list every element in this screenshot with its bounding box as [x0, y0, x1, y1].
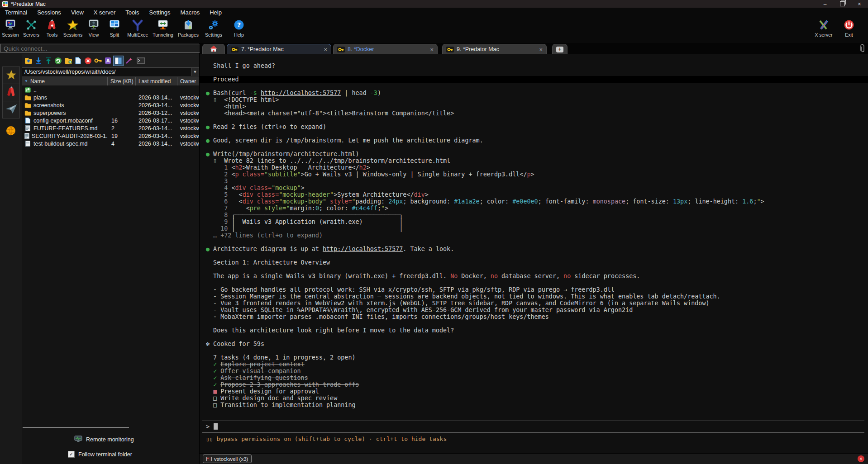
toolbar-session-button[interactable]: Session [0, 17, 21, 38]
ssh-key-icon [231, 47, 238, 52]
tab-session-7[interactable]: 7. *Predator Mac × [227, 44, 331, 54]
file-row[interactable]: FUTURE-FEATURES.md22026-03-14...vstockw [22, 124, 199, 132]
session-chip[interactable]: vstockwell (x3) [203, 455, 252, 463]
column-header-name[interactable]: ▼Name [22, 77, 108, 85]
tools-knife-icon [46, 19, 58, 31]
file-owner-cell: vstockw [177, 110, 199, 116]
remote-monitoring-button[interactable]: Remote monitoring [74, 436, 134, 444]
file-row[interactable]: SECURITY-AUDIT-2026-03-1...192026-03-14.… [22, 132, 199, 140]
globe-button[interactable] [2, 123, 19, 140]
toolbar-servers-label: Servers [23, 32, 39, 38]
terminal-prompt-row[interactable]: > [206, 423, 218, 430]
menu-settings[interactable]: Settings [144, 8, 176, 17]
file-row[interactable]: config-export.mobaconf162026-03-17...vst… [22, 117, 199, 124]
terminal-cursor [214, 423, 218, 430]
split-view-icon[interactable] [113, 56, 124, 66]
follow-terminal-folder-label: Follow terminal folder [78, 451, 132, 458]
toolbar-exit-button[interactable]: Exit [836, 17, 862, 38]
path-dropdown-button[interactable]: ▼ [191, 68, 199, 76]
toolbar-xserver-button[interactable]: X server [811, 17, 836, 38]
file-row[interactable]: screenshots2026-03-14...vstockw [22, 101, 199, 109]
new-file-icon[interactable] [73, 56, 83, 66]
new-folder-icon[interactable] [63, 56, 73, 66]
toolbar-multiexec-button[interactable]: MultiExec [125, 17, 150, 38]
terminal-line: □ Transition to implementation planning [206, 402, 864, 408]
macros-knife-button[interactable] [2, 84, 20, 101]
tab-home[interactable] [202, 44, 225, 54]
menu-sessions[interactable]: Sessions [32, 8, 66, 17]
remote-monitoring-icon [74, 436, 82, 444]
delete-icon[interactable] [83, 56, 93, 66]
footer-divider [23, 427, 129, 428]
close-session-button[interactable]: × [858, 455, 864, 462]
file-row[interactable]: superpowers2026-03-12...vstockw [22, 109, 199, 117]
tab-close-icon[interactable]: × [539, 46, 543, 53]
column-header-size[interactable]: Size (KB) [108, 77, 136, 85]
text-editor-icon[interactable]: A [103, 56, 113, 66]
toolbar-sessions-button[interactable]: Sessions [62, 17, 83, 38]
toolbar-packages-label: Packages [178, 32, 199, 38]
menu-help[interactable]: Help [205, 8, 227, 17]
tab-close-icon[interactable]: × [430, 46, 434, 53]
toolbar-help-label: Help [234, 32, 244, 38]
path-bar[interactable]: /Users/vstockwell/repos/wraith/docs/ ▼ [22, 67, 199, 76]
toolbar-packages-button[interactable]: Packages [176, 17, 201, 38]
file-owner-cell: vstockw [177, 133, 199, 139]
toolbar-split-button[interactable]: Split [104, 17, 125, 38]
terminal-line: ✓ Propose 2-3 approaches with trade-offs [206, 381, 864, 388]
quick-connect-input[interactable] [0, 44, 201, 53]
multiexec-icon [132, 19, 143, 31]
checkbox-checked-icon[interactable]: ✓ [68, 451, 75, 458]
tab-session-9[interactable]: 9. *Predator Mac × [442, 44, 547, 54]
menu-tools[interactable]: Tools [120, 8, 144, 17]
toolbar-view-button[interactable]: View [83, 17, 104, 38]
close-button[interactable]: × [851, 0, 868, 8]
toolbar-session-label: Session [2, 32, 19, 38]
upload-icon[interactable] [43, 56, 53, 66]
toolbar-help-button[interactable]: ? Help [226, 17, 252, 38]
tab-session-8[interactable]: 8. *Docker × [333, 44, 438, 54]
toolbar-split-label: Split [110, 32, 119, 38]
toolbar-settings-button[interactable]: Settings [201, 17, 226, 38]
menu-terminal[interactable]: Terminal [0, 8, 32, 17]
magic-wand-icon[interactable] [124, 56, 134, 66]
menu-view[interactable]: View [66, 8, 89, 17]
terminal-line [206, 279, 864, 286]
svg-text:A: A [106, 58, 110, 63]
toolbar-servers-button[interactable]: Servers [21, 17, 42, 38]
mini-terminal-icon[interactable] [136, 56, 146, 66]
packages-icon [182, 19, 194, 31]
file-row[interactable]: test-buildout-spec.md42026-03-14...vstoc… [22, 140, 199, 147]
file-name-cell: screenshots [22, 102, 108, 109]
refresh-icon[interactable] [53, 56, 63, 66]
toolbar-tunneling-button[interactable]: Tunneling [150, 17, 176, 38]
toolbar-tools-button[interactable]: Tools [42, 17, 62, 38]
menu-xserver[interactable]: X server [89, 8, 120, 17]
send-plane-button[interactable] [2, 101, 20, 118]
plus-icon: + [556, 47, 563, 52]
restore-button[interactable] [834, 0, 851, 8]
sort-desc-icon: ▼ [24, 79, 28, 83]
sessions-star-icon [67, 19, 79, 31]
column-header-owner[interactable]: Owner [177, 77, 199, 85]
file-row[interactable]: plans2026-03-14...vstockw [22, 94, 199, 101]
key-icon[interactable] [93, 56, 103, 66]
download-icon[interactable] [33, 56, 43, 66]
file-row[interactable]: .. [22, 86, 199, 94]
new-tab-button[interactable]: + [552, 44, 568, 54]
terminal-statusbar: vstockwell (x3) × [200, 453, 868, 464]
paperclip-icon[interactable] [860, 44, 865, 55]
terminal-line: Proceed [200, 76, 868, 83]
terminal-line [206, 266, 864, 273]
column-header-modified[interactable]: Last modified [136, 77, 177, 85]
follow-terminal-folder-toggle[interactable]: ✓ Follow terminal folder [68, 451, 132, 458]
session-chip-label: vstockwell (x3) [214, 456, 248, 462]
tab-label: 8. *Docker [348, 46, 427, 52]
minimize-button[interactable]: – [816, 0, 834, 8]
prompt-chevron: > [206, 423, 210, 430]
menu-macros[interactable]: Macros [176, 8, 205, 17]
tab-close-icon[interactable]: × [324, 46, 327, 53]
favorites-star-button[interactable] [2, 66, 20, 84]
go-up-folder-icon[interactable] [24, 56, 33, 66]
app-window: *Predator Mac – × Terminal Sessions View… [0, 0, 868, 464]
